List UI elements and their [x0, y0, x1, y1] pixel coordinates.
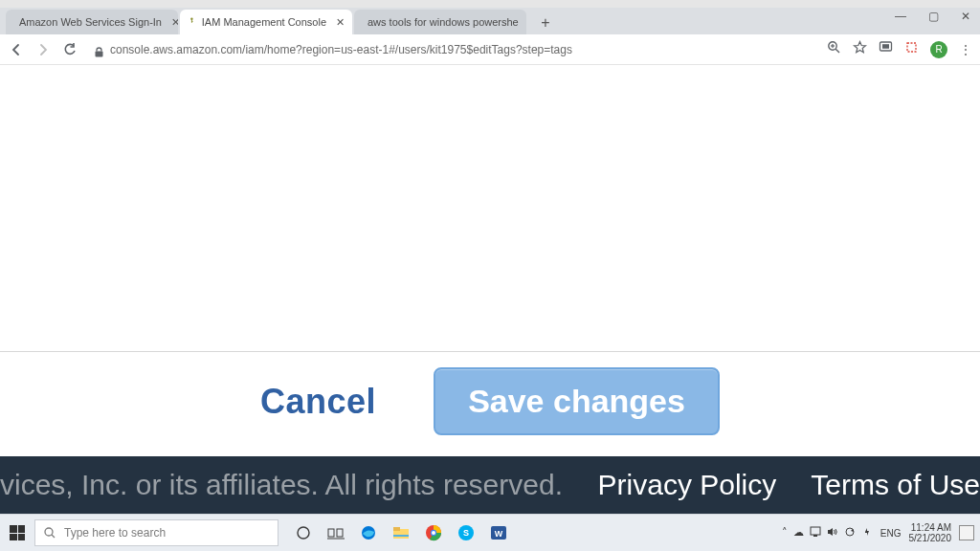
tray-clock[interactable]: 11:24 AM 5/21/2020	[909, 522, 952, 543]
svg-text:S: S	[463, 528, 469, 538]
toolbar-right: R ⋮	[827, 40, 972, 58]
iam-favicon-icon	[188, 15, 196, 29]
lock-icon	[94, 44, 104, 55]
footer-terms-link[interactable]: Terms of Use	[793, 469, 980, 501]
extension-icon[interactable]	[904, 40, 919, 58]
forward-button[interactable]	[34, 41, 52, 58]
start-button[interactable]	[0, 515, 34, 551]
back-button[interactable]	[8, 41, 25, 58]
new-tab-button[interactable]: +	[534, 11, 557, 34]
power-icon[interactable]	[861, 526, 873, 540]
footer-copyright: vices, Inc. or its affiliates. All right…	[0, 469, 580, 501]
tab-aws-signin[interactable]: Amazon Web Services Sign-In ✕	[6, 10, 178, 34]
maximize-button[interactable]: ▢	[924, 10, 942, 23]
close-window-button[interactable]: ✕	[957, 10, 974, 23]
section-divider	[0, 351, 980, 352]
star-icon[interactable]	[853, 40, 867, 58]
svg-point-13	[45, 528, 53, 536]
svg-text:W: W	[495, 529, 503, 539]
cast-icon[interactable]	[879, 40, 893, 58]
browser-toolbar: console.aws.amazon.com/iam/home?region=u…	[0, 34, 980, 65]
tab-label: IAM Management Console	[202, 16, 326, 28]
window-controls: — ▢ ✕	[892, 10, 974, 23]
svg-rect-12	[907, 43, 916, 52]
window-titlebar-strip	[0, 0, 980, 8]
svg-point-25	[432, 531, 435, 535]
windows-logo-icon	[10, 525, 25, 540]
chevron-up-icon[interactable]: ˄	[782, 526, 788, 540]
skype-icon[interactable]: S	[455, 521, 478, 544]
svg-rect-30	[811, 527, 820, 535]
svg-rect-17	[337, 529, 343, 537]
svg-rect-16	[328, 529, 334, 537]
svg-rect-11	[882, 44, 889, 49]
cortana-icon[interactable]	[292, 521, 315, 544]
reload-button[interactable]	[61, 41, 78, 58]
svg-rect-22	[393, 535, 409, 537]
browser-menu-button[interactable]: ⋮	[959, 42, 972, 57]
footer-privacy-link[interactable]: Privacy Policy	[581, 469, 794, 501]
profile-avatar[interactable]: R	[930, 41, 947, 58]
volume-icon[interactable]	[827, 526, 838, 540]
chrome-icon[interactable]	[422, 521, 445, 544]
svg-line-14	[52, 535, 55, 538]
aws-console-footer: vices, Inc. or its affiliates. All right…	[0, 456, 980, 514]
search-placeholder: Type here to search	[64, 526, 166, 540]
save-changes-button[interactable]: Save changes	[434, 367, 720, 435]
svg-rect-31	[813, 535, 817, 537]
task-view-icon[interactable]	[324, 521, 347, 544]
word-icon[interactable]: W	[487, 521, 510, 544]
tab-iam-console[interactable]: IAM Management Console ✕	[180, 10, 352, 34]
cancel-button[interactable]: Cancel	[260, 382, 376, 422]
network-icon[interactable]	[810, 526, 821, 540]
windows-taskbar: Type here to search S W ˄ ☁ ENG 11:24 AM…	[0, 514, 980, 551]
plus-icon: +	[541, 14, 549, 32]
url-text: console.aws.amazon.com/iam/home?region=u…	[110, 43, 572, 56]
file-explorer-icon[interactable]	[390, 521, 412, 544]
minimize-button[interactable]: —	[892, 10, 909, 23]
sync-icon[interactable]	[844, 526, 856, 540]
svg-rect-3	[191, 21, 193, 22]
tab-google-search[interactable]: aws tools for windows powershe ✕	[354, 10, 526, 34]
svg-rect-21	[393, 527, 400, 531]
tray-date: 5/21/2020	[909, 533, 952, 543]
taskbar-pinned: S W	[292, 521, 510, 544]
page-content: Cancel Save changes vices, Inc. or its a…	[0, 65, 980, 514]
tray-language[interactable]: ENG	[880, 528, 902, 539]
tab-label: aws tools for windows powershe	[368, 16, 519, 28]
zoom-icon[interactable]	[827, 40, 841, 58]
taskbar-search[interactable]: Type here to search	[34, 519, 278, 546]
address-bar[interactable]: console.aws.amazon.com/iam/home?region=u…	[88, 43, 572, 56]
system-tray: ˄ ☁ ENG 11:24 AM 5/21/2020	[782, 515, 974, 551]
onedrive-icon[interactable]: ☁	[793, 526, 804, 540]
edge-icon[interactable]	[357, 521, 380, 544]
action-center-icon[interactable]	[959, 525, 974, 540]
tray-time: 11:24 AM	[909, 522, 952, 533]
form-actions: Cancel Save changes	[0, 367, 980, 435]
svg-rect-5	[96, 52, 103, 57]
tray-icons: ˄ ☁	[782, 526, 873, 540]
close-icon[interactable]: ✕	[171, 16, 178, 29]
svg-line-7	[835, 49, 839, 53]
search-icon	[43, 526, 56, 540]
close-icon[interactable]: ✕	[336, 16, 345, 29]
svg-point-15	[298, 527, 309, 539]
browser-tab-bar: Amazon Web Services Sign-In ✕ IAM Manage…	[0, 8, 980, 34]
tab-label: Amazon Web Services Sign-In	[19, 16, 162, 28]
